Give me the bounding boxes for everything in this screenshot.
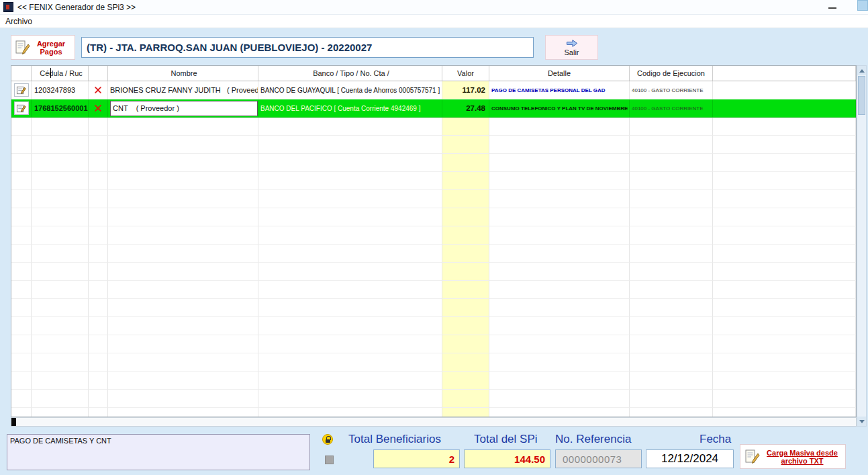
edit-record-icon: [16, 103, 26, 114]
app-window: << FENIX Generador de SPi3 >> Archivo Ag…: [0, 0, 868, 475]
header-row-indicator: [11, 66, 32, 81]
salir-button[interactable]: Salir: [545, 35, 598, 60]
vertical-scrollbar[interactable]: [857, 65, 867, 427]
table-row-empty: [11, 190, 856, 208]
cell-codigo: 40100 - GASTO CORRIENTE: [630, 81, 713, 99]
edit-record-icon: [16, 85, 26, 95]
table-row-empty: [11, 208, 856, 226]
disabled-checkbox: [325, 456, 334, 464]
no-referencia-field: 0000000073: [555, 449, 642, 468]
table-row-empty: [11, 317, 856, 335]
row-edit-cell: [11, 81, 32, 99]
delete-row-cell: [89, 99, 108, 118]
grid-header-row: Cédula / Ruc Nombre Banco / Tipo / No. C…: [11, 66, 856, 81]
table-row-empty: [11, 245, 856, 263]
table-row-empty: [11, 281, 856, 299]
salir-label: Salir: [564, 48, 579, 56]
header-valor: Valor: [442, 66, 489, 81]
fecha-field[interactable]: 12/12/2024: [646, 449, 734, 468]
no-referencia-label: No. Referencia: [555, 433, 631, 446]
app-icon: [3, 2, 13, 12]
total-beneficiarios-label: Total Beneficiarios: [348, 433, 441, 446]
cell-valor: 27.48: [442, 99, 489, 118]
entity-input[interactable]: (TR) - JTA. PARROQ.SAN JUAN (PUEBLOVIEJO…: [81, 37, 534, 58]
table-row-empty: [11, 226, 856, 245]
table-row-selected[interactable]: 1768152560001 CNT ( Proveedor ) BANCO DE…: [11, 99, 856, 118]
table-row[interactable]: 1203247893 BRIONES CRUZ FANNY JUDITH ( P…: [11, 81, 856, 99]
header-delete: [89, 66, 108, 81]
header-detalle: Detalle: [489, 66, 630, 81]
window-corner-button[interactable]: [857, 0, 868, 11]
grid-body: 1203247893 BRIONES CRUZ FANNY JUDITH ( P…: [11, 81, 856, 417]
table-row-empty: [11, 118, 856, 136]
vertical-scrollbar-thumb[interactable]: [858, 76, 865, 115]
cell-detalle: PAGO DE CAMISETAS PERSONAL DEL GAD: [489, 81, 630, 99]
header-filler: [713, 66, 856, 81]
delete-row-cell: [89, 81, 108, 99]
memo-textarea[interactable]: PAGO DE CAMISETAS Y CNT: [7, 434, 310, 470]
cell-valor: 117.02: [442, 81, 489, 99]
scroll-up-icon[interactable]: [857, 66, 866, 75]
horizontal-scrollbar[interactable]: [11, 417, 857, 427]
cell-banco: BANCO DE GUAYAQUIL [ Cuenta de Ahorros 0…: [258, 81, 442, 99]
menu-archivo[interactable]: Archivo: [5, 17, 32, 26]
table-row-empty: [11, 390, 856, 408]
window-title: << FENIX Generador de SPi3 >>: [17, 3, 136, 12]
table-row-empty: [11, 299, 856, 317]
total-beneficiarios-value: 2: [373, 449, 460, 468]
cell-cedula: 1768152560001: [32, 99, 89, 118]
fecha-label: Fecha: [700, 433, 731, 446]
cell-detalle: CONSUMO TELEFONICO Y PLAN TV DE NOVIEMBR…: [489, 99, 630, 118]
exit-arrow-icon: [565, 39, 579, 48]
table-row-empty: [11, 172, 856, 190]
agregar-pagos-label: Agregar Pagos: [33, 40, 69, 56]
document-pen-icon: [744, 449, 760, 465]
table-row-empty: [11, 335, 856, 353]
cell-nombre-editing: CNT ( Proveedor ): [108, 99, 258, 118]
header-nombre: Nombre: [108, 66, 258, 81]
table-row-empty: [11, 136, 856, 154]
total-spi-value: 144.50: [464, 449, 550, 468]
header-cedula: Cédula / Ruc: [32, 66, 89, 81]
table-row-empty: [11, 372, 856, 390]
carga-masiva-label: Carga Masiva desde archivo TXT: [763, 449, 842, 465]
row-edit-button[interactable]: [14, 83, 29, 97]
cell-filler: [713, 99, 856, 118]
scroll-down-icon[interactable]: [857, 417, 866, 426]
delete-row-icon[interactable]: [94, 86, 102, 94]
minimize-button[interactable]: [827, 4, 838, 12]
row-edit-button[interactable]: [14, 101, 29, 115]
agregar-pagos-button[interactable]: Agregar Pagos: [11, 35, 75, 60]
cell-nombre: BRIONES CRUZ FANNY JUDITH ( Proveedor ): [108, 81, 258, 99]
document-pen-icon: [14, 40, 30, 56]
menu-bar: Archivo: [0, 15, 868, 28]
cell-cedula: 1203247893: [32, 81, 89, 99]
horizontal-scrollbar-thumb[interactable]: [11, 418, 16, 426]
cell-filler: [713, 81, 856, 99]
table-row-empty: [11, 353, 856, 372]
table-row-empty: [11, 263, 856, 281]
table-row-empty: [11, 408, 856, 417]
total-spi-label: Total del SPi: [474, 433, 538, 446]
nombre-edit-input[interactable]: CNT ( Proveedor ): [110, 101, 258, 116]
row-edit-cell: [11, 99, 32, 118]
cell-codigo: 40100 - GASTO CORRIENTE: [630, 99, 713, 118]
header-banco: Banco / Tipo / No. Cta /: [258, 66, 442, 81]
carga-masiva-button[interactable]: Carga Masiva desde archivo TXT: [740, 444, 846, 469]
cell-banco: BANCO DEL PACIFICO [ Cuenta Corriente 49…: [258, 99, 442, 118]
grid-empty-rows: [11, 118, 856, 417]
delete-row-icon[interactable]: [94, 104, 102, 112]
title-bar: << FENIX Generador de SPi3 >>: [0, 0, 868, 15]
header-codigo: Codigo de Ejecucion: [630, 66, 713, 81]
payments-grid: Cédula / Ruc Nombre Banco / Tipo / No. C…: [11, 65, 857, 417]
table-row-empty: [11, 154, 856, 172]
lock-icon[interactable]: [322, 434, 333, 445]
